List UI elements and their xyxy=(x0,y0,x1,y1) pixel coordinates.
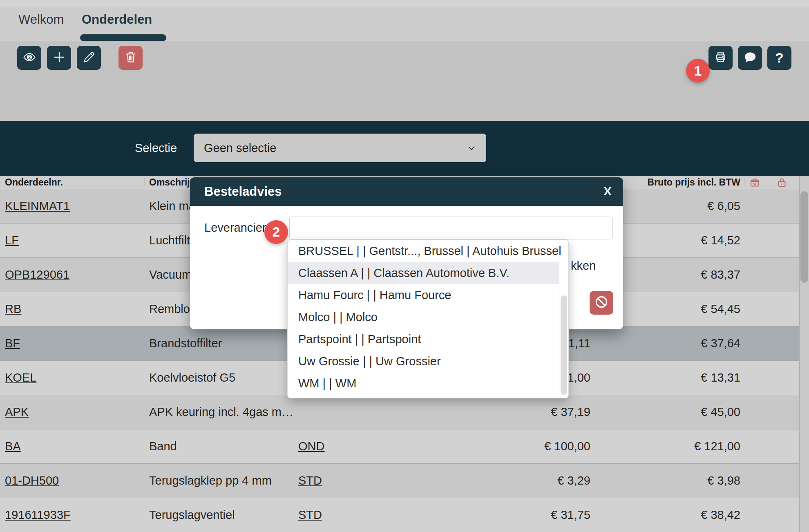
dropdown-option[interactable]: Partspoint | | Partspoint xyxy=(288,328,559,350)
gross-price: € 121,00 xyxy=(694,429,740,463)
part-type-link[interactable]: STD xyxy=(298,464,322,498)
part-description: Band xyxy=(149,429,177,463)
header-onderdeelnr[interactable]: Onderdeelnr. xyxy=(5,176,63,189)
dropdown-option-highlighted[interactable]: Claassen A | | Claassen Automotive B.V. xyxy=(288,262,559,284)
tab-onderdelen[interactable]: Onderdelen xyxy=(82,12,152,27)
part-number-link[interactable]: LF xyxy=(5,224,19,257)
part-number-link[interactable]: KLEINMAT1 xyxy=(5,189,70,223)
dropdown-option[interactable]: WM | | WM xyxy=(288,372,559,394)
part-number-link[interactable]: BF xyxy=(5,326,20,360)
leverancier-input[interactable] xyxy=(289,217,613,239)
chat-button[interactable] xyxy=(738,46,762,70)
selection-dropdown[interactable]: Geen selectie xyxy=(194,134,486,162)
modal-title: Besteladvies xyxy=(204,184,282,199)
part-description: APK keuring incl. 4gas m… xyxy=(149,395,293,429)
gross-price: € 54,45 xyxy=(701,292,740,326)
table-row[interactable]: APK APK keuring incl. 4gas m… € 37,19 € … xyxy=(0,395,799,429)
header-bruto-prijs[interactable]: Bruto prijs incl. BTW xyxy=(648,176,740,189)
table-row[interactable]: 01-DH500 Terugslagklep pp 4 mm STD € 3,2… xyxy=(0,463,799,498)
besteladvies-modal: Besteladvies X Leverancier 2 kken BRUSSE… xyxy=(190,177,623,329)
pencil-icon xyxy=(82,50,96,66)
header-separator xyxy=(144,178,145,186)
gross-price: € 3,98 xyxy=(707,464,740,498)
chat-icon xyxy=(743,50,757,66)
partial-option-text: kken xyxy=(571,259,596,273)
part-description: Remblo xyxy=(149,292,190,326)
part-number-link[interactable]: OPB129061 xyxy=(5,258,69,292)
modal-header: Besteladvies X xyxy=(190,177,623,206)
gross-price: € 13,31 xyxy=(701,361,740,395)
gross-price: € 38,42 xyxy=(701,498,740,532)
part-description: Terugslagklep pp 4 mm xyxy=(149,464,272,498)
part-description: Luchtfilt xyxy=(149,224,190,257)
header-separator xyxy=(744,178,745,186)
leverancier-dropdown: BRUSSEL | | Gentstr..., Brussel | Autohu… xyxy=(287,239,569,398)
part-description: Klein ma xyxy=(149,189,195,223)
part-number-link[interactable]: RB xyxy=(5,292,21,326)
table-row[interactable]: 191611933F Terugslagventiel STD € 31,75 … xyxy=(0,498,799,532)
part-description: Brandstoffilter xyxy=(149,326,222,360)
top-strip xyxy=(0,0,809,7)
page-scrollbar-thumb[interactable] xyxy=(800,191,808,283)
view-button[interactable] xyxy=(17,46,41,70)
part-number-link[interactable]: KOEL xyxy=(5,361,36,395)
delete-button[interactable] xyxy=(118,46,143,70)
package-icon[interactable] xyxy=(749,177,760,188)
toolbar: ? ONDERDELEN Ik zoek Er zijn 37 onderdel… xyxy=(0,41,809,121)
printer-icon xyxy=(714,50,728,66)
part-description: Koelvloeistof G5 xyxy=(149,361,235,395)
part-number-link[interactable]: BA xyxy=(5,429,21,463)
table-row[interactable]: BA Band OND € 100,00 € 121,00 xyxy=(0,429,799,463)
trash-icon xyxy=(124,50,138,66)
net-price: € 3,29 xyxy=(557,464,590,498)
plus-icon xyxy=(52,50,66,66)
leverancier-label: Leverancier xyxy=(204,217,266,239)
app-window: Welkom Onderdelen ? ONDERDELEN Ik zoek xyxy=(0,0,809,532)
gross-price: € 83,37 xyxy=(701,258,740,292)
selection-bar: Selectie Geen selectie xyxy=(0,121,809,177)
gross-price: € 6,05 xyxy=(707,189,740,223)
part-number-link[interactable]: 191611933F xyxy=(5,498,71,532)
lock-icon[interactable] xyxy=(776,177,787,188)
net-price: € 37,19 xyxy=(551,395,590,429)
dropdown-option[interactable]: Uw Grossie | | Uw Grossier xyxy=(288,350,559,372)
tab-welkom[interactable]: Welkom xyxy=(18,12,64,27)
cancel-button[interactable] xyxy=(590,291,613,315)
part-type-link[interactable]: OND xyxy=(298,429,324,463)
dropdown-option[interactable]: Hamu Fourc | | Hamu Fource xyxy=(288,284,559,306)
net-price: € 100,00 xyxy=(544,429,590,463)
add-button[interactable] xyxy=(47,46,71,70)
dropdown-option[interactable]: Molco | | Molco xyxy=(288,306,559,328)
part-number-link[interactable]: APK xyxy=(5,395,29,429)
eye-icon xyxy=(22,50,36,66)
part-description: Terugslagventiel xyxy=(149,498,235,532)
gross-price: € 45,00 xyxy=(701,395,740,429)
edit-button[interactable] xyxy=(77,46,101,70)
tab-bar: Welkom Onderdelen xyxy=(0,0,809,41)
question-icon: ? xyxy=(775,50,784,66)
net-price: 1,00 xyxy=(568,361,590,395)
dropdown-scrollbar-thumb[interactable] xyxy=(561,295,567,395)
net-price: € 31,75 xyxy=(551,498,590,532)
close-icon[interactable]: X xyxy=(603,184,612,198)
ban-icon xyxy=(594,294,609,311)
active-tab-underline xyxy=(80,34,166,41)
dropdown-option[interactable]: BRUSSEL | | Gentstr..., Brussel | Autohu… xyxy=(288,240,559,262)
part-description: Vacuum xyxy=(149,258,192,292)
net-price: 1,11 xyxy=(568,326,590,360)
gross-price: € 14,52 xyxy=(701,224,740,257)
help-button[interactable]: ? xyxy=(767,46,791,70)
part-type-link[interactable]: STD xyxy=(298,498,322,532)
selection-label: Selectie xyxy=(135,141,177,155)
chevron-down-icon xyxy=(466,144,477,153)
gross-price: € 37,64 xyxy=(701,326,740,360)
annotation-badge-2: 2 xyxy=(264,220,288,244)
selection-value: Geen selectie xyxy=(204,141,276,155)
part-number-link[interactable]: 01-DH500 xyxy=(5,464,59,498)
annotation-badge-1: 1 xyxy=(686,59,710,83)
print-button[interactable] xyxy=(708,46,733,70)
dropdown-scrollbar-divider xyxy=(559,240,559,398)
